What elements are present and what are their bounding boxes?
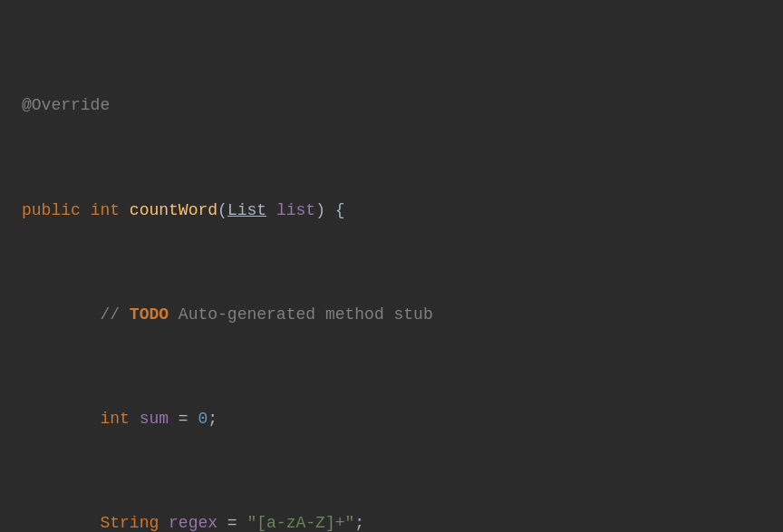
type-list: List xyxy=(227,201,266,219)
line-2: public int countWord(List list) { xyxy=(22,198,761,224)
code-editor: @Override public int countWord(List list… xyxy=(0,0,783,532)
num-zero: 0 xyxy=(198,410,208,428)
line-5: String regex = "[a-zA-Z]+"; xyxy=(22,510,761,532)
comment-todo: // xyxy=(100,305,129,324)
string-regex: "[a-zA-Z]+" xyxy=(246,514,354,532)
var-sum: sum xyxy=(140,410,169,428)
method-name: countWord xyxy=(130,201,218,219)
var-regex: regex xyxy=(169,514,218,532)
line-3: // TODO Auto-generated method stub xyxy=(22,302,761,328)
keyword-public: public xyxy=(22,201,81,219)
param-list: list xyxy=(276,201,315,219)
comment-text: Auto-generated method stub xyxy=(169,305,433,324)
annotation: @Override xyxy=(22,96,110,114)
line-4: int sum = 0; xyxy=(22,406,761,432)
keyword-int2: int xyxy=(100,410,129,428)
line-1: @Override xyxy=(22,92,761,119)
keyword-int: int xyxy=(91,201,120,219)
todo-keyword: TODO xyxy=(130,305,169,324)
keyword-string1: String xyxy=(100,514,159,532)
